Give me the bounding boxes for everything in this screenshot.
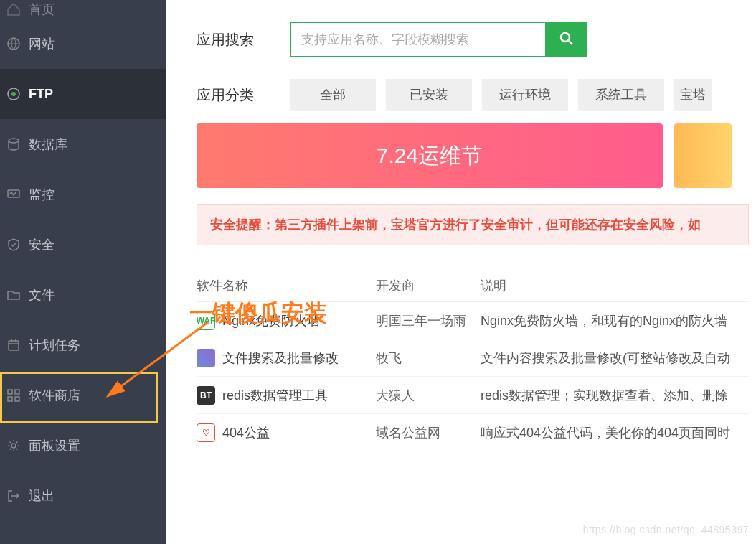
banner-row: 7.24运维节 xyxy=(197,123,756,188)
home-icon xyxy=(6,1,22,17)
sidebar-item-settings[interactable]: 面板设置 xyxy=(0,421,166,471)
cell-name: BTredis数据管理工具 xyxy=(197,386,376,405)
search-label: 应用搜索 xyxy=(197,30,290,50)
sidebar-item-label: 数据库 xyxy=(29,136,67,153)
cell-dev: 大猿人 xyxy=(376,387,481,404)
sidebar-item-label: 首页 xyxy=(29,1,55,18)
logout-icon xyxy=(6,488,22,504)
sidebar-item-label: 退出 xyxy=(29,487,55,505)
sidebar-item-ftp[interactable]: FTP xyxy=(0,69,166,119)
sidebar-item-appstore[interactable]: 软件商店 xyxy=(0,370,166,421)
app-icon: BT xyxy=(197,386,215,405)
svg-point-11 xyxy=(561,33,570,42)
sidebar-item-label: 面板设置 xyxy=(29,437,80,454)
app-icon: ♡ xyxy=(197,423,215,442)
app-icon xyxy=(197,349,215,367)
svg-rect-8 xyxy=(8,397,12,401)
sidebar-item-logout[interactable]: 退出 xyxy=(0,471,166,521)
cell-desc: 文件内容搜索及批量修改(可整站修改及自动 xyxy=(481,350,749,367)
th-desc: 说明 xyxy=(481,277,749,294)
app-name: 文件搜索及批量修改 xyxy=(222,350,339,367)
promo-banner-2[interactable] xyxy=(674,123,732,188)
search-button[interactable] xyxy=(547,22,587,57)
sidebar-item-label: FTP xyxy=(29,87,53,102)
cat-installed[interactable]: 已安装 xyxy=(386,79,472,111)
watermark: https://blog.csdn.net/qq_44895397 xyxy=(583,524,749,535)
sidebar-item-cron[interactable]: 计划任务 xyxy=(0,320,166,370)
sidebar-item-label: 文件 xyxy=(29,286,55,304)
security-warning: 安全提醒：第三方插件上架前，宝塔官方进行了安全审计，但可能还存在安全风险，如 xyxy=(197,204,749,245)
svg-rect-5 xyxy=(9,341,19,350)
sidebar-item-website[interactable]: 网站 xyxy=(0,19,166,69)
annotation-text: 一键傻瓜安装 xyxy=(189,298,327,329)
cell-name: ♡404公益 xyxy=(197,423,376,442)
main-content: 应用搜索 应用分类 全部 已安装 运行环境 系统工具 宝塔 xyxy=(166,0,756,111)
search-row: 应用搜索 xyxy=(197,22,756,57)
th-name: 软件名称 xyxy=(197,277,376,294)
sidebar-item-monitor[interactable]: 监控 xyxy=(0,169,166,220)
app-store-icon xyxy=(6,388,22,403)
folder-icon xyxy=(6,287,22,303)
calendar-icon xyxy=(6,337,22,353)
category-row: 应用分类 全部 已安装 运行环境 系统工具 宝塔 xyxy=(197,79,756,111)
monitor-icon xyxy=(6,187,22,202)
svg-rect-9 xyxy=(15,397,19,401)
app-name: 404公益 xyxy=(222,424,270,441)
svg-rect-7 xyxy=(15,390,19,394)
sidebar-item-label: 网站 xyxy=(29,35,55,52)
sidebar-item-security[interactable]: 安全 xyxy=(0,220,166,270)
cell-dev: 牧飞 xyxy=(376,350,481,367)
app-name: redis数据管理工具 xyxy=(222,387,328,404)
cell-desc: redis数据管理；实现数据查看、添加、删除 xyxy=(481,387,749,404)
promo-banner[interactable]: 7.24运维节 xyxy=(197,123,663,188)
search-input[interactable] xyxy=(290,22,547,57)
table-row[interactable]: 文件搜索及批量修改牧飞文件内容搜索及批量修改(可整站修改及自动 xyxy=(197,339,749,377)
ftp-icon xyxy=(6,86,22,102)
shield-icon xyxy=(6,237,22,253)
cell-desc: Nginx免费防火墙，和现有的Nginx的防火墙 xyxy=(481,312,749,329)
th-dev: 开发商 xyxy=(376,277,481,294)
svg-point-3 xyxy=(9,139,19,143)
sidebar-item-label: 计划任务 xyxy=(29,337,80,354)
sidebar-item-database[interactable]: 数据库 xyxy=(0,119,166,169)
sidebar: 首页 网站 FTP 数据库 监控 安全 文件 计划任务 软件商店 面板设置 退出 xyxy=(0,0,166,544)
search-icon xyxy=(558,30,575,50)
cat-runtime[interactable]: 运行环境 xyxy=(482,79,568,111)
cat-all[interactable]: 全部 xyxy=(290,79,376,111)
cell-desc: 响应式404公益代码，美化你的404页面同时 xyxy=(481,424,749,441)
sidebar-item-home[interactable]: 首页 xyxy=(0,0,166,19)
category-label: 应用分类 xyxy=(197,85,290,105)
gear-icon xyxy=(6,438,22,454)
database-icon xyxy=(6,136,22,152)
cell-dev: 域名公益网 xyxy=(376,424,481,441)
svg-point-2 xyxy=(11,92,16,96)
sidebar-item-label: 安全 xyxy=(29,236,55,253)
svg-point-10 xyxy=(11,444,16,448)
sidebar-item-label: 软件商店 xyxy=(29,387,80,404)
table-row[interactable]: ♡404公益域名公益网响应式404公益代码，美化你的404页面同时 xyxy=(197,414,749,451)
cell-dev: 明国三年一场雨 xyxy=(376,312,481,329)
table-row[interactable]: BTredis数据管理工具大猿人redis数据管理；实现数据查看、添加、删除 xyxy=(197,377,749,414)
svg-rect-6 xyxy=(8,390,12,394)
sidebar-item-label: 监控 xyxy=(29,186,55,203)
sidebar-item-files[interactable]: 文件 xyxy=(0,270,166,320)
cell-name: 文件搜索及批量修改 xyxy=(197,349,376,367)
cat-system[interactable]: 系统工具 xyxy=(578,79,664,111)
cat-bt[interactable]: 宝塔 xyxy=(674,79,712,111)
globe-icon xyxy=(6,36,22,52)
